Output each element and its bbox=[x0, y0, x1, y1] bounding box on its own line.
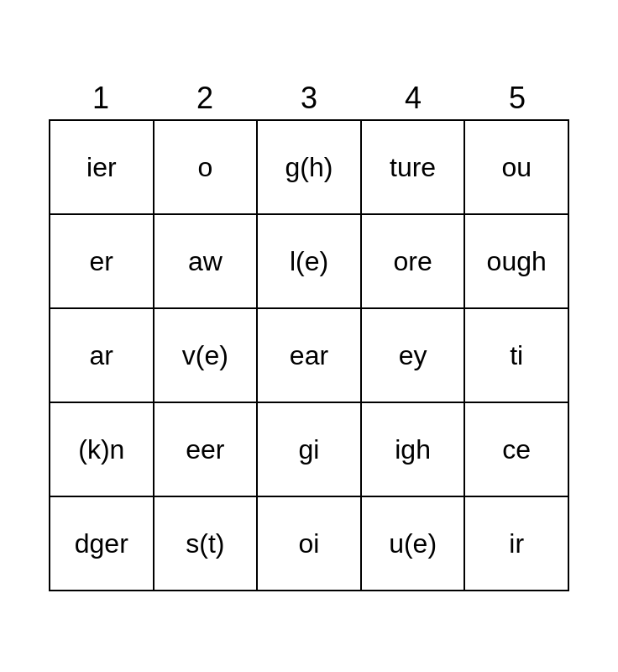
header-col-1: 1 bbox=[49, 81, 153, 116]
grid-cell-r5-c4: u(e) bbox=[362, 497, 466, 590]
grid-cell-r2-c5: ough bbox=[465, 215, 568, 307]
grid-cell-r1-c4: ture bbox=[362, 121, 466, 213]
grid-row-2: erawl(e)oreough bbox=[50, 215, 568, 309]
grid-cell-r1-c5: ou bbox=[465, 121, 568, 213]
grid-cell-r5-c1: dger bbox=[50, 497, 154, 590]
grid-cell-r3-c3: ear bbox=[258, 309, 362, 402]
header-row: 12345 bbox=[49, 81, 569, 116]
header-col-3: 3 bbox=[257, 81, 361, 116]
grid-row-5: dgers(t)oiu(e)ir bbox=[50, 497, 568, 590]
grid-cell-r1-c2: o bbox=[154, 121, 259, 213]
grid-cell-r3-c1: ar bbox=[50, 309, 154, 402]
grid-cell-r1-c3: g(h) bbox=[258, 121, 362, 213]
grid-cell-r2-c2: aw bbox=[154, 215, 259, 307]
grid-cell-r3-c5: ti bbox=[465, 309, 568, 402]
grid-cell-r5-c5: ir bbox=[465, 497, 568, 590]
grid-cell-r1-c1: ier bbox=[50, 121, 154, 213]
header-col-2: 2 bbox=[153, 81, 257, 116]
grid-row-3: arv(e)eareyti bbox=[50, 309, 568, 403]
grid-cell-r3-c4: ey bbox=[362, 309, 466, 402]
grid-cell-r2-c1: er bbox=[50, 215, 154, 307]
grid-cell-r4-c5: ce bbox=[465, 403, 568, 496]
main-grid: ierog(h)tureouerawl(e)oreougharv(e)earey… bbox=[49, 119, 569, 591]
grid-cell-r2-c4: ore bbox=[362, 215, 466, 307]
grid-cell-r3-c2: v(e) bbox=[154, 309, 259, 402]
grid-row-1: ierog(h)tureou bbox=[50, 121, 568, 215]
grid-cell-r4-c1: (k)n bbox=[50, 403, 154, 496]
grid-cell-r5-c2: s(t) bbox=[154, 497, 259, 590]
header-col-5: 5 bbox=[465, 81, 569, 116]
grid-cell-r4-c3: gi bbox=[258, 403, 362, 496]
grid-cell-r4-c2: eer bbox=[154, 403, 259, 496]
grid-cell-r5-c3: oi bbox=[258, 497, 362, 590]
grid-cell-r4-c4: igh bbox=[362, 403, 466, 496]
header-col-4: 4 bbox=[361, 81, 465, 116]
grid-cell-r2-c3: l(e) bbox=[258, 215, 362, 307]
bingo-grid-container: 12345 ierog(h)tureouerawl(e)oreougharv(e… bbox=[49, 81, 569, 591]
grid-row-4: (k)neergiighce bbox=[50, 403, 568, 497]
